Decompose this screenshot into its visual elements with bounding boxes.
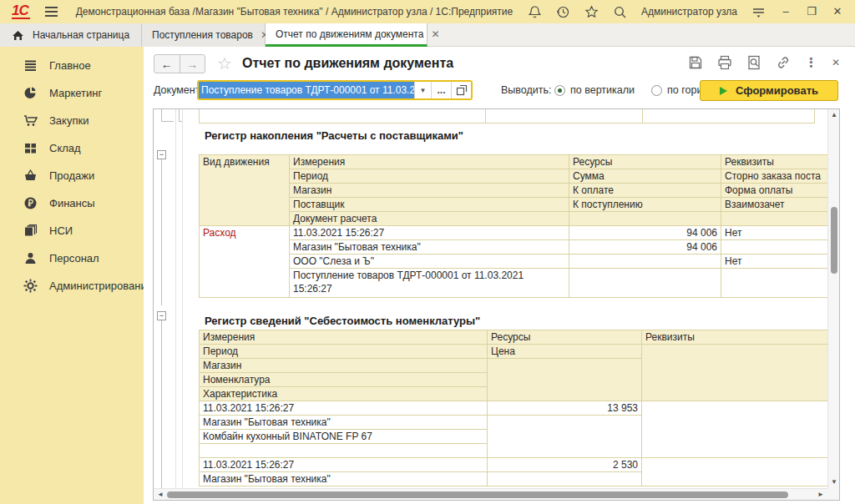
cell	[488, 359, 642, 401]
cell	[569, 255, 721, 269]
collapse-group-2[interactable]: −	[157, 311, 166, 320]
radio-vertical[interactable]	[554, 85, 565, 96]
tab-label: Поступления товаров	[152, 29, 253, 41]
more-actions-icon[interactable]: ⋮	[805, 55, 817, 70]
cell	[488, 416, 642, 458]
main-area: ← → ☆ Отчет по движениям документа ⋮ ✕ Д…	[144, 47, 855, 504]
cell: Взаимозачет	[721, 198, 828, 212]
cart-icon	[23, 113, 38, 128]
print-preview-icon[interactable]	[746, 55, 761, 70]
boxes-grid-icon	[23, 141, 38, 155]
section1-heading: Регистр накопления "Расчеты с поставщика…	[205, 129, 463, 142]
cell	[200, 444, 488, 458]
basket-icon	[23, 169, 38, 183]
history-icon[interactable]	[556, 5, 570, 19]
report-container: − − Регистр накопления "Расчеты с постав…	[153, 108, 840, 501]
maximize-button[interactable]: ❒	[806, 6, 817, 18]
get-link-icon[interactable]	[776, 55, 791, 70]
sidebar-item-label: Администрирование	[49, 280, 153, 292]
sidebar-item-nsi[interactable]: НСИ	[0, 217, 144, 244]
cell	[642, 345, 828, 401]
cell: ООО "Слеза и Ъ"	[290, 255, 569, 269]
partial-table-row	[199, 109, 815, 123]
dropdown-icon[interactable]: ▼	[414, 82, 431, 98]
cell: 11.03.2021 15:26:27	[200, 401, 488, 416]
tab-bar: Начальная страница Поступления товаров ✕…	[0, 23, 855, 47]
cell: Ресурсы	[488, 330, 642, 345]
cell: Поступление товаров ТДРТ-000001 от 11.03…	[290, 269, 569, 298]
close-window-button[interactable]: ✕	[832, 6, 843, 18]
sidebar-item-label: Маркетинг	[49, 87, 102, 99]
document-label: Документ:	[154, 84, 203, 96]
radio-horizontal[interactable]	[651, 85, 662, 96]
choose-button[interactable]: ...	[431, 82, 451, 98]
favorites-star-icon[interactable]	[584, 5, 599, 19]
minimize-button[interactable]: –	[780, 6, 792, 18]
scroll-left-icon[interactable]: ◄	[157, 491, 164, 498]
cell: Измерения	[290, 155, 569, 169]
tab-otchet-active[interactable]: Отчет по движениям документа ✕	[266, 23, 428, 47]
collapse-group-1[interactable]: −	[157, 150, 166, 159]
ruble-icon	[23, 196, 38, 210]
notifications-bell-icon[interactable]	[528, 5, 542, 19]
scroll-down-icon[interactable]: ▼	[831, 479, 837, 486]
scroll-up-icon[interactable]: ▲	[831, 112, 837, 118]
sidebar-item-personal[interactable]: Персонал	[0, 244, 144, 272]
play-icon	[720, 87, 727, 95]
search-icon[interactable]	[613, 5, 627, 19]
back-button[interactable]: ←	[154, 55, 180, 73]
forward-button[interactable]: →	[180, 55, 205, 73]
cell: Нет	[721, 255, 828, 269]
favorite-star-icon[interactable]: ☆	[217, 53, 232, 73]
sidebar-item-label: Продажи	[49, 169, 94, 182]
print-icon[interactable]	[717, 55, 732, 70]
tab-home[interactable]: Начальная страница	[0, 23, 142, 47]
cell: Поставщик	[290, 198, 569, 212]
cell	[488, 472, 642, 486]
tab-close-icon[interactable]: ✕	[431, 30, 439, 38]
movement-type-cell: Расход	[200, 226, 290, 298]
cell: Магазин	[200, 359, 488, 373]
generate-button[interactable]: Сформировать	[700, 80, 838, 101]
grouping-gutter: − −	[154, 109, 184, 488]
document-input[interactable]: Поступление товаров ТДРТ-000001 от 11.03…	[199, 82, 414, 98]
page-title: Отчет по движениям документа	[242, 56, 453, 71]
current-user[interactable]: Администратор узла	[641, 6, 737, 18]
sidebar-item-finansy[interactable]: Финансы	[0, 189, 144, 217]
scroll-right-icon[interactable]: ►	[817, 491, 824, 498]
cell: Магазин "Бытовая техника"	[290, 240, 569, 255]
cell: Сторно заказа поста	[721, 169, 828, 184]
cell: 11.03.2021 15:26:27	[200, 458, 488, 472]
main-menu-icon[interactable]	[45, 4, 58, 19]
sidebar-item-sklad[interactable]: Склад	[0, 134, 144, 162]
tab-postupleniya[interactable]: Поступления товаров ✕	[142, 23, 266, 47]
sidebar-item-label: Персонал	[49, 252, 99, 265]
cell: Форма оплаты	[721, 184, 828, 198]
cell	[569, 212, 721, 226]
cell: Измерения	[200, 330, 488, 345]
vertical-scrollbar[interactable]: ▲ ▼	[827, 109, 839, 488]
close-form-icon[interactable]: ✕	[832, 57, 840, 68]
cell: Номенклатура	[200, 373, 488, 387]
sidebar-item-label: Главное	[49, 59, 91, 72]
radio-vertical-label[interactable]: по вертикали	[570, 84, 635, 96]
horizontal-scroll-thumb[interactable]	[167, 491, 788, 498]
cell: Реквизиты	[721, 155, 828, 169]
open-document-icon[interactable]	[451, 82, 471, 98]
cell: Характеристика	[200, 387, 488, 401]
vertical-scroll-thumb[interactable]	[831, 207, 837, 274]
save-icon[interactable]	[688, 55, 703, 70]
generate-button-label: Сформировать	[736, 84, 818, 97]
sections-icon	[23, 58, 38, 73]
service-menu-icon[interactable]	[751, 5, 766, 19]
window-title: Демонстрационная база /Магазин "Бытовая …	[76, 6, 514, 18]
sidebar-item-prodazhi[interactable]: Продажи	[0, 162, 144, 189]
sidebar-item-glavnoe[interactable]: Главное	[0, 52, 144, 79]
scrollbar-corner	[827, 488, 839, 500]
horizontal-scrollbar[interactable]: ◄ ►	[154, 488, 827, 500]
cell: Магазин	[290, 184, 569, 198]
sidebar-item-administrirovanie[interactable]: Администрирование	[0, 272, 144, 300]
sidebar-item-marketing[interactable]: Маркетинг	[0, 79, 144, 107]
cell: Период	[290, 169, 569, 184]
sidebar-item-zakupki[interactable]: Закупки	[0, 107, 144, 134]
